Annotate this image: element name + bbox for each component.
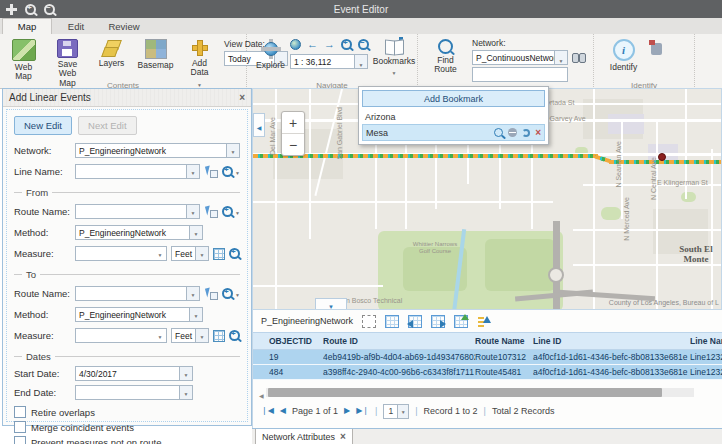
measure-picker-icon[interactable] [213,330,225,342]
chevron-down-icon[interactable] [195,329,208,342]
previous-page-icon[interactable]: ◀ [280,407,286,415]
line-name-select[interactable] [75,164,200,179]
bookmark-item-mesa[interactable]: Mesa [362,124,545,141]
flag-icon[interactable] [651,43,662,55]
retire-overlaps-checkbox[interactable] [14,406,26,418]
network-select[interactable]: P_EngineeringNetwork [75,143,240,158]
select-route-on-map-icon[interactable] [204,287,218,300]
to-method-select[interactable]: P_EngineeringNetwork [75,307,203,322]
chevron-down-icon[interactable] [186,205,199,218]
previous-extent-icon[interactable]: ← [307,39,318,50]
column-header-objectid[interactable]: OBJECTID [269,336,323,346]
pan-to-bookmark-icon[interactable] [508,128,517,137]
map-zoom-in-button[interactable]: + [282,112,304,134]
chevron-down-icon [235,288,240,299]
select-records-icon[interactable] [362,315,376,328]
chevron-down-icon[interactable] [154,329,166,342]
table-row[interactable]: 19 4eb9419b-af9b-4d04-ab69-1d493476802b … [253,350,722,365]
select-line-on-map-icon[interactable] [204,165,218,178]
collapse-table-button[interactable] [315,298,347,309]
new-edit-button[interactable]: New Edit [14,116,72,135]
from-method-select[interactable]: P_EngineeringNetwork [75,225,203,240]
tab-edit[interactable]: Edit [52,19,100,34]
column-header-route-id[interactable]: Route ID [323,336,475,346]
select-route-on-map-icon[interactable] [204,205,218,218]
binoculars-icon[interactable] [572,53,586,62]
basemap-button[interactable]: Basemap [136,37,175,72]
map-zoom-out-button[interactable]: − [282,134,304,155]
attribute-table-icon[interactable] [385,315,399,328]
chevron-down-icon[interactable] [186,287,199,300]
full-extent-icon[interactable] [290,39,301,50]
zoom-to-line-button[interactable] [222,166,240,177]
selection-back-icon[interactable] [408,315,422,328]
prevent-measures-checkbox[interactable] [14,436,26,444]
from-measure-unit-select[interactable]: Feet [171,246,209,261]
identify-button[interactable]: Identify [604,37,643,74]
delete-bookmark-icon[interactable] [535,128,541,138]
chevron-down-icon[interactable] [226,144,239,157]
refresh-table-icon[interactable] [454,315,468,328]
zoom-icon[interactable] [229,248,240,259]
next-page-icon[interactable]: ▶ [344,407,350,415]
table-row[interactable]: 484 a398ff4c-2940-4c00-96b6-c6343f8f1711… [253,365,722,380]
zoom-to-bookmark-icon[interactable] [494,128,503,137]
first-page-icon[interactable]: ❘◀ [261,407,274,415]
tab-network-attributes[interactable]: Network Attributes [255,429,353,444]
column-header-line-name[interactable]: Line Name [690,336,722,346]
last-page-icon[interactable]: ▶❘ [356,407,369,415]
chevron-down-icon[interactable] [354,55,367,68]
zoom-icon[interactable] [229,330,240,341]
tab-review[interactable]: Review [100,19,148,34]
start-date-select[interactable]: 4/30/2017 [75,366,193,381]
map-scale-select[interactable]: 1 : 36,112 [290,54,368,69]
explore-button[interactable]: Explore [251,37,290,72]
close-icon[interactable] [340,432,346,442]
route-search-input[interactable] [472,67,568,82]
bookmark-item-arizona[interactable]: Arizona [362,110,545,124]
selection-forward-icon[interactable] [431,315,445,328]
network-select[interactable]: P_ContinuousNetwork [472,50,568,65]
zoom-to-route-button[interactable] [222,288,240,299]
zoom-to-route-button[interactable] [222,206,240,217]
bookmarks-dropdown: Add Bookmark Arizona Mesa [358,86,549,145]
next-extent-icon[interactable]: → [324,39,335,50]
from-measure-input[interactable] [75,246,167,261]
chevron-down-icon[interactable] [189,308,202,321]
scroll-left-icon[interactable] [259,384,264,402]
to-measure-input[interactable] [75,328,167,343]
chevron-down-icon[interactable] [186,165,199,178]
end-date-select[interactable] [75,385,193,400]
tab-map[interactable]: Map [2,18,52,34]
collapse-left-panel-button[interactable] [253,113,265,137]
chevron-down-icon[interactable] [179,386,192,399]
web-map-button[interactable]: Web Map [4,37,43,84]
column-header-line-id[interactable]: Line ID [533,336,690,346]
update-bookmark-icon[interactable] [522,129,530,137]
close-icon[interactable] [239,93,245,103]
measure-picker-icon[interactable] [213,248,225,260]
chevron-down-icon[interactable] [397,405,408,418]
chevron-down-icon[interactable] [179,367,192,380]
chevron-down-icon[interactable] [195,247,208,260]
from-route-name-select[interactable] [75,204,200,219]
chevron-down-icon[interactable] [554,51,567,64]
bookmarks-button[interactable]: Bookmarks [371,37,417,80]
next-edit-button[interactable]: Next Edit [78,116,137,135]
chevron-down-icon[interactable] [154,247,166,260]
layers-button[interactable]: Layers [92,37,131,70]
find-route-button[interactable]: Find Route [426,37,465,77]
zoom-in-icon[interactable] [341,39,352,50]
zoom-out-icon[interactable] [358,39,369,50]
to-route-name-select[interactable] [75,286,200,301]
horizontal-scrollbar[interactable] [259,388,694,397]
column-header-route-name[interactable]: Route Name [475,336,533,346]
scrollbar-thumb[interactable] [268,388,662,397]
sort-ascending-icon[interactable] [477,315,491,328]
page-number-select[interactable]: 1 [383,404,409,419]
to-measure-unit-select[interactable]: Feet [171,328,209,343]
prevent-measures-checkbox-row: Prevent measures not on route [14,436,240,444]
chevron-down-icon[interactable] [189,226,202,239]
merge-coincident-checkbox[interactable] [14,421,26,433]
add-bookmark-button[interactable]: Add Bookmark [362,90,545,107]
